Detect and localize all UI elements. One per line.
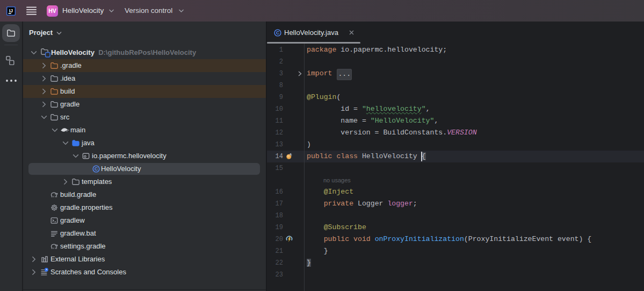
svg-text:C: C <box>95 166 98 172</box>
svg-text:IJ: IJ <box>9 8 13 13</box>
svg-text:C: C <box>276 30 280 36</box>
